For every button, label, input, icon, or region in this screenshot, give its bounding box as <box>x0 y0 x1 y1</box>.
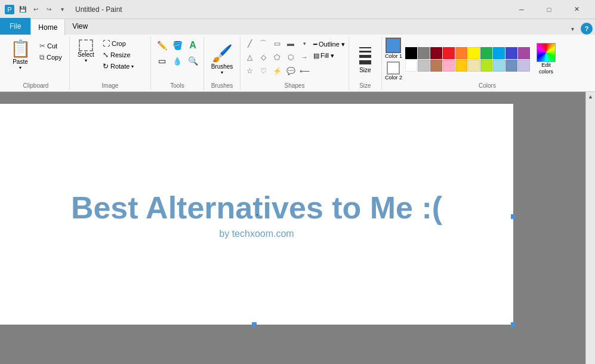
color-swatch-18[interactable] <box>505 60 517 72</box>
crop-button[interactable]: ⛶ Crop <box>100 38 148 49</box>
save-button[interactable]: 💾 <box>17 4 29 16</box>
color-swatch-12[interactable] <box>430 60 442 72</box>
cut-button[interactable]: ✂ Cut <box>37 41 67 51</box>
title-bar: P 💾 ↩ ↪ ▾ Untitled - Paint ─ □ ✕ <box>0 0 595 19</box>
color2-button[interactable]: Color 2 <box>384 61 403 81</box>
redo-button[interactable]: ↪ <box>43 4 55 16</box>
tab-view[interactable]: View <box>65 18 95 35</box>
color-swatch-16[interactable] <box>480 60 492 72</box>
arrow2-shape-button[interactable]: ⟵ <box>298 64 311 78</box>
canvas-wrapper: Best Alternatives to Me :( by techxoom.c… <box>0 92 595 364</box>
minimize-button[interactable]: ─ <box>508 0 535 19</box>
paste-label: Paste <box>13 58 28 65</box>
quick-access-toolbar: 💾 ↩ ↪ ▾ <box>17 4 68 16</box>
color-swatch-2[interactable] <box>430 47 442 59</box>
right-scrollbar[interactable]: ▲ ▼ <box>585 92 595 364</box>
diamond-shape-button[interactable]: ◇ <box>257 51 270 64</box>
line-shape-button[interactable]: ╱ <box>243 37 256 50</box>
undo-button[interactable]: ↩ <box>30 4 42 16</box>
fill-icon: ▤ <box>313 52 319 60</box>
color-swatch-17[interactable] <box>493 60 505 72</box>
arrow-shape-button[interactable]: → <box>298 51 311 64</box>
select-arrow: ▾ <box>85 58 87 63</box>
canvas-scroll-area[interactable]: Best Alternatives to Me :( by techxoom.c… <box>0 92 585 364</box>
help-button[interactable]: ? <box>581 23 593 35</box>
color-swatch-1[interactable] <box>418 47 430 59</box>
color2-label: Color 2 <box>385 75 402 81</box>
color-swatch-8[interactable] <box>505 47 517 59</box>
color-picker-button[interactable]: 💧 <box>170 54 184 68</box>
main-content: Best Alternatives to Me :( by techxoom.c… <box>0 92 595 364</box>
brushes-label: Brushes <box>211 63 233 70</box>
rotate-icon: ↻ <box>103 62 109 70</box>
color-swatch-6[interactable] <box>480 47 492 59</box>
scroll-track-vertical[interactable] <box>586 101 595 364</box>
magnifier-button[interactable]: 🔍 <box>186 54 200 68</box>
shapes-more-button[interactable]: ▾ <box>298 37 311 50</box>
fill-button[interactable]: 🪣 <box>170 38 184 53</box>
outline-icon: ━ <box>313 41 317 48</box>
crop-icon: ⛶ <box>103 39 110 48</box>
maximize-button[interactable]: □ <box>535 0 563 19</box>
ribbon: File Home View ▾ ? 📋 Paste ▾ ✂ Cut <box>0 19 595 92</box>
color1-button[interactable]: Color 1 <box>384 37 403 60</box>
copy-button[interactable]: ⧉ Copy <box>37 52 67 63</box>
paste-button[interactable]: 📋 Paste ▾ <box>5 37 36 72</box>
color-swatch-15[interactable] <box>468 60 480 72</box>
size-group-label: Size <box>352 82 379 90</box>
curve-shape-button[interactable]: ⌒ <box>257 37 270 50</box>
window-controls: ─ □ ✕ <box>508 0 590 19</box>
resize-handle-s[interactable] <box>252 322 257 327</box>
color-swatch-13[interactable] <box>443 60 455 72</box>
ribbon-collapse-button[interactable]: ▾ <box>566 23 578 35</box>
hexagon-shape-button[interactable]: ⬡ <box>284 51 297 64</box>
resize-icon: ⤡ <box>103 51 109 59</box>
pentagon-shape-button[interactable]: ⬠ <box>270 51 283 64</box>
color-swatch-5[interactable] <box>468 47 480 59</box>
pencil-button[interactable]: ✏️ <box>155 38 169 53</box>
brushes-button[interactable]: 🖌️ Brushes ▾ <box>206 41 238 78</box>
color-swatch-14[interactable] <box>455 60 467 72</box>
quick-access-dropdown[interactable]: ▾ <box>56 4 68 16</box>
heart-shape-button[interactable]: ♡ <box>257 64 270 78</box>
edit-colors-button[interactable]: Edit colors <box>532 42 560 76</box>
fill-button[interactable]: ▤ Fill ▾ <box>312 51 346 61</box>
color1-label: Color 1 <box>385 53 402 59</box>
tab-file[interactable]: File <box>0 18 30 35</box>
rect-shape-button[interactable]: ▭ <box>270 37 283 50</box>
eraser-button[interactable]: ▭ <box>155 54 169 68</box>
ribbon-tab-bar: File Home View ▾ ? <box>0 19 595 35</box>
rotate-button[interactable]: ↻ Rotate ▾ <box>100 61 148 72</box>
text-button[interactable]: A <box>186 38 200 53</box>
paint-canvas[interactable]: Best Alternatives to Me :( by techxoom.c… <box>0 104 513 325</box>
size-line-3 <box>359 55 371 58</box>
scroll-up-button[interactable]: ▲ <box>586 92 596 101</box>
clipboard-group: 📋 Paste ▾ ✂ Cut ⧉ Copy Clipboard <box>2 37 70 90</box>
star-shape-button[interactable]: ☆ <box>243 64 256 78</box>
lightning-shape-button[interactable]: ⚡ <box>270 64 283 78</box>
color-swatch-0[interactable] <box>405 47 417 59</box>
select-button[interactable]: Select ▾ <box>72 37 100 66</box>
ribbon-body: 📋 Paste ▾ ✂ Cut ⧉ Copy Clipboard <box>0 35 595 91</box>
close-button[interactable]: ✕ <box>563 0 590 19</box>
shapes-grid: ╱ ⌒ ▭ ▬ ▾ △ ◇ ⬠ ⬡ → ☆ ♡ ⚡ <box>243 37 311 78</box>
outline-button[interactable]: ━ Outline ▾ <box>312 39 346 50</box>
color-swatch-9[interactable] <box>518 47 530 59</box>
color-swatch-4[interactable] <box>455 47 467 59</box>
color-swatch-3[interactable] <box>443 47 455 59</box>
tab-home[interactable]: Home <box>30 18 65 35</box>
rect-filled-shape-button[interactable]: ▬ <box>284 37 297 50</box>
resize-handle-se[interactable] <box>511 322 516 327</box>
color-palette-grid <box>405 47 530 72</box>
resize-handle-e[interactable] <box>511 214 516 219</box>
color-swatch-11[interactable] <box>418 60 430 72</box>
size-button[interactable]: Size <box>352 42 379 76</box>
triangle-shape-button[interactable]: △ <box>243 51 256 64</box>
brushes-group-label: Brushes <box>206 82 238 90</box>
resize-button[interactable]: ⤡ Resize <box>100 50 148 60</box>
color-swatch-10[interactable] <box>405 60 417 72</box>
callout-shape-button[interactable]: 💬 <box>284 64 297 78</box>
color-swatch-19[interactable] <box>518 60 530 72</box>
color-swatch-7[interactable] <box>493 47 505 59</box>
image-group-label: Image <box>72 82 148 90</box>
